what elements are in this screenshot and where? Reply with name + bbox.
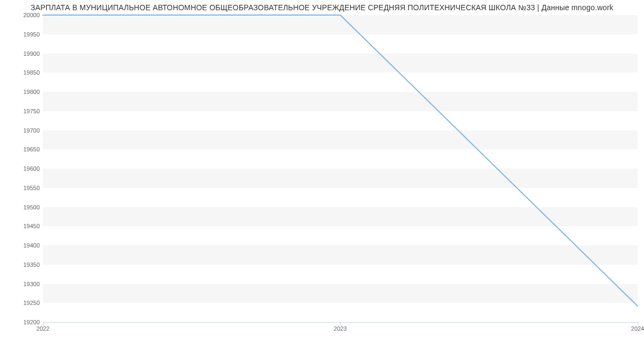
x-tick-label: 2022: [36, 325, 49, 332]
chart-title: ЗАРПЛАТА В МУНИЦИПАЛЬНОЕ АВТОНОМНОЕ ОБЩЕ…: [0, 3, 644, 12]
y-tick-label: 19600: [8, 165, 40, 172]
series-line: [43, 15, 638, 306]
y-tick-label: 19350: [8, 261, 40, 268]
line-layer: [43, 15, 638, 322]
x-tick-label: 2023: [334, 325, 347, 332]
y-tick-label: 19300: [8, 281, 40, 287]
y-tick-label: 19650: [8, 146, 40, 152]
x-tick-label: 2024: [631, 325, 644, 332]
y-tick-label: 19250: [8, 300, 40, 306]
y-tick-label: 19850: [8, 69, 40, 76]
y-tick-label: 19400: [8, 242, 40, 249]
y-tick-label: 19500: [8, 204, 40, 210]
y-tick-label: 19700: [8, 127, 40, 134]
y-tick-label: 19950: [8, 31, 40, 38]
y-tick-label: 19800: [8, 89, 40, 95]
y-tick-label: 19900: [8, 50, 40, 57]
y-tick-label: 19200: [8, 319, 40, 325]
y-tick-label: 19550: [8, 185, 40, 191]
plot-area: [43, 15, 638, 323]
salary-chart: ЗАРПЛАТА В МУНИЦИПАЛЬНОЕ АВТОНОМНОЕ ОБЩЕ…: [0, 0, 644, 349]
y-tick-label: 19750: [8, 108, 40, 114]
y-tick-label: 20000: [8, 12, 40, 18]
y-tick-label: 19450: [8, 223, 40, 229]
